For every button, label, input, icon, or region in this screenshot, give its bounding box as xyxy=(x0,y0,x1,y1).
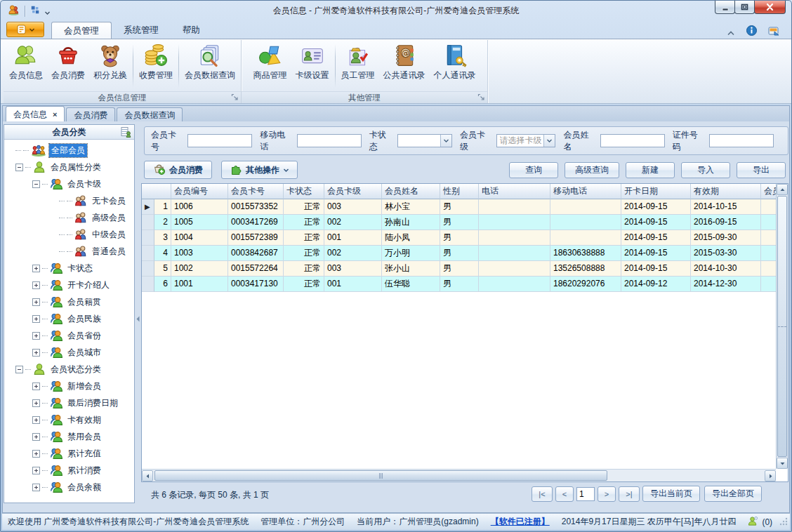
row-selector-cell[interactable] xyxy=(142,230,154,246)
tree-expander[interactable] xyxy=(15,164,23,171)
grid-row[interactable]: 310040015572389正常001陆小凤男2014-09-152015-0… xyxy=(142,230,776,246)
grid-cell[interactable] xyxy=(479,277,550,292)
export-all-pages-button[interactable]: 导出全部页 xyxy=(704,486,762,502)
grid-cell[interactable]: 13526508888 xyxy=(550,261,621,277)
tree-expander[interactable] xyxy=(32,265,40,272)
grid-cell[interactable]: 2015-09-30 xyxy=(691,230,761,246)
row-selector-cell[interactable] xyxy=(142,246,154,261)
grid-row[interactable]: 510020015572264正常003张小山男135265088882014-… xyxy=(142,261,776,277)
tree-expander[interactable] xyxy=(32,416,40,424)
tree-expander[interactable] xyxy=(32,298,40,306)
tree-item[interactable]: 高级会员 xyxy=(4,209,134,226)
ribbon-tab[interactable]: 会员管理 xyxy=(51,22,112,39)
scroll-down-button[interactable] xyxy=(777,458,788,469)
category-settings-icon[interactable] xyxy=(120,126,131,142)
quick-access-dropdown-icon[interactable] xyxy=(45,5,50,18)
tree-item[interactable]: 会员城市 xyxy=(4,344,134,361)
tree-item[interactable]: 全部会员 xyxy=(4,142,134,159)
tree-expander[interactable] xyxy=(32,349,40,357)
tree-expander[interactable] xyxy=(32,383,40,390)
grid-cell[interactable] xyxy=(761,261,776,277)
tree-expander[interactable] xyxy=(32,467,40,474)
grid-cell[interactable]: 2015-03-30 xyxy=(691,246,761,261)
grid-cell[interactable]: 1001 xyxy=(171,277,228,292)
action-button[interactable]: 新建 xyxy=(626,162,675,178)
grid-cell[interactable] xyxy=(550,230,621,246)
grid-cell[interactable]: 2014-09-12 xyxy=(621,277,691,292)
skin-style-icon[interactable] xyxy=(768,26,780,39)
grid-cell[interactable]: 0003417269 xyxy=(228,215,284,230)
tree-item[interactable]: 会员卡级 xyxy=(4,175,134,192)
grid-header-cell[interactable]: 会员 xyxy=(761,184,776,199)
dropdown-arrow-icon[interactable] xyxy=(440,135,451,147)
grid-header-cell[interactable]: 开卡日期 xyxy=(621,184,691,199)
tree-item[interactable]: 累计充值 xyxy=(4,445,134,462)
grid-cell[interactable]: 林小宝 xyxy=(382,199,440,215)
tree-item[interactable]: 会员民族 xyxy=(4,310,134,327)
grid-cell[interactable]: 003 xyxy=(324,199,382,215)
grid-cell[interactable] xyxy=(761,277,776,292)
grid-cell[interactable]: 2014-09-15 xyxy=(621,261,691,277)
grid-cell[interactable]: 002 xyxy=(324,215,382,230)
tree-item[interactable]: 中级会员 xyxy=(4,226,134,243)
grid-cell[interactable]: 1006 xyxy=(171,199,228,215)
grid-cell[interactable]: 003 xyxy=(324,261,382,277)
tree-item[interactable]: 普通会员 xyxy=(4,243,134,260)
grid-header-cell[interactable]: 有效期 xyxy=(691,184,761,199)
action-button[interactable]: 导入 xyxy=(681,162,730,178)
grid-cell[interactable]: 正常 xyxy=(284,215,324,230)
grid-cell[interactable]: 男 xyxy=(440,277,479,292)
grid-row[interactable]: 210050003417269正常002孙南山男2014-09-152016-0… xyxy=(142,215,776,230)
scroll-right-button[interactable] xyxy=(765,470,776,481)
grid-cell[interactable] xyxy=(761,230,776,246)
tree-item[interactable]: 卡状态 xyxy=(4,260,134,277)
document-tab[interactable]: 会员消费 xyxy=(66,107,115,122)
tree-expander[interactable] xyxy=(15,366,23,373)
select-input[interactable] xyxy=(397,134,452,147)
grid-cell[interactable]: 1005 xyxy=(171,215,228,230)
grid-cell[interactable]: 正常 xyxy=(284,199,324,215)
first-page-button[interactable]: |< xyxy=(532,486,553,502)
grid-cell[interactable]: 男 xyxy=(440,199,479,215)
quick-access-icon[interactable] xyxy=(30,5,40,18)
tree-expander[interactable] xyxy=(32,315,40,323)
grid-cell[interactable] xyxy=(761,246,776,261)
grid-cell[interactable]: 正常 xyxy=(284,246,324,261)
grid-cell[interactable]: 18630638888 xyxy=(550,246,621,261)
grid-cell[interactable]: 0015572264 xyxy=(228,261,284,277)
grid-cell[interactable]: 正常 xyxy=(284,261,324,277)
page-input[interactable] xyxy=(576,487,595,501)
maximize-button[interactable] xyxy=(734,1,755,14)
ribbon-tab[interactable]: 系统管理 xyxy=(112,22,171,39)
grid-cell[interactable]: 伍华聪 xyxy=(382,277,440,292)
points-exchange-button[interactable]: 积分兑换 xyxy=(89,41,131,91)
grid-row[interactable]: 410030003842687正常002万小明男186306388882014-… xyxy=(142,246,776,261)
action-button[interactable]: 导出 xyxy=(737,162,786,178)
grid-cell[interactable]: 2014-10-15 xyxy=(691,199,761,215)
grid-cell[interactable]: 0003842687 xyxy=(228,246,284,261)
tree-item[interactable]: 无卡会员 xyxy=(4,192,134,209)
grid-row[interactable]: ▶110060015573352正常003林小宝男2014-09-152014-… xyxy=(142,199,776,215)
tree-expander[interactable] xyxy=(32,450,40,458)
tree-expander[interactable] xyxy=(32,180,40,188)
scroll-up-button[interactable] xyxy=(777,184,788,195)
close-button[interactable] xyxy=(754,1,786,14)
grid-header-cell[interactable]: 会员编号 xyxy=(171,184,228,199)
tree-expander[interactable] xyxy=(32,484,40,491)
dropdown-arrow-icon[interactable] xyxy=(543,135,555,147)
next-page-button[interactable]: > xyxy=(598,486,616,502)
h-scrollbar[interactable] xyxy=(142,469,776,481)
goods-management-button[interactable]: 商品管理 xyxy=(249,41,291,91)
grid-cell[interactable]: 2014-09-15 xyxy=(621,246,691,261)
tree-item[interactable]: 会员籍贯 xyxy=(4,293,134,310)
grid-cell[interactable] xyxy=(479,215,550,230)
grid-cell[interactable] xyxy=(761,215,776,230)
grid-cell[interactable] xyxy=(479,199,550,215)
tree-item[interactable]: 开卡介绍人 xyxy=(4,277,134,293)
grid-cell[interactable]: 张小山 xyxy=(382,261,440,277)
grid-header-cell[interactable]: 移动电话 xyxy=(550,184,621,199)
grid-cell[interactable]: 陆小凤 xyxy=(382,230,440,246)
tree-item[interactable]: 会员状态分类 xyxy=(4,361,134,378)
grid-cell[interactable]: 2014-09-15 xyxy=(621,230,691,246)
grid-row[interactable]: 610010003417130正常001伍华聪男186202920762014-… xyxy=(142,277,776,292)
